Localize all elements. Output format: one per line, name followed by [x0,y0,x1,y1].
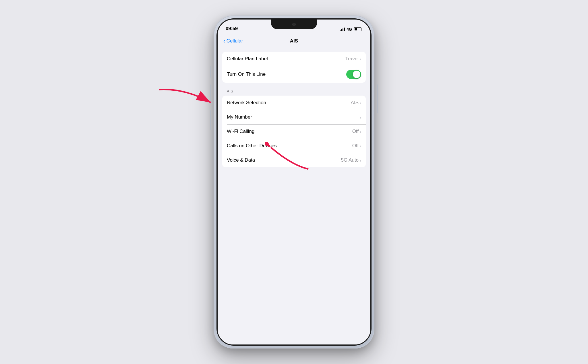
chevron-right-icon: › [360,144,361,148]
network-selection-value: AIS › [351,100,361,106]
bar2 [341,29,342,31]
wifi-calling-row[interactable]: Wi-Fi Calling Off › [222,124,366,139]
calls-other-devices-value: Off › [352,143,361,149]
chevron-right-icon: › [360,115,361,120]
voice-data-label: Voice & Data [227,157,255,163]
back-label: Cellular [227,38,243,44]
network-selection-label: Network Selection [227,100,266,106]
turn-on-this-line-text: Turn On This Line [227,71,266,77]
bar3 [343,28,343,31]
status-icons: 4G [340,27,362,32]
battery-body [354,27,361,31]
back-button[interactable]: ‹ Cellular [223,38,243,44]
network-type: 4G [347,27,352,32]
notch [271,20,317,29]
toggle-knob [353,71,360,78]
signal-icon [340,27,345,31]
network-selection-value-text: AIS [351,100,359,106]
my-number-value: › [360,115,361,120]
phone-screen: 09:59 4G ‹ Ce [218,20,370,344]
voice-data-value: 5G Auto › [341,157,361,163]
cellular-plan-label-row[interactable]: Cellular Plan Label Travel › [222,52,366,66]
wifi-calling-label: Wi-Fi Calling [227,129,254,134]
phone-device: 09:59 4G ‹ Ce [214,16,374,348]
settings-content: Cellular Plan Label Travel › Turn On Thi… [218,48,370,344]
ais-section-label: AIS [222,89,366,93]
calls-other-devices-value-text: Off [352,143,359,149]
cellular-plan-value: Travel › [345,56,361,62]
chevron-right-icon: › [360,100,361,105]
turn-on-this-line-toggle[interactable] [346,70,361,79]
nav-bar: ‹ Cellular AIS [218,34,370,48]
volume-down-button [210,110,211,130]
voice-data-value-text: 5G Auto [341,157,359,163]
network-selection-row[interactable]: Network Selection AIS › [222,96,366,110]
status-time: 09:59 [226,26,238,32]
main-settings-card: Cellular Plan Label Travel › Turn On Thi… [222,52,366,83]
page-title: AIS [290,38,298,44]
annotation-arrow-2 [265,142,311,172]
cellular-plan-label-text: Cellular Plan Label [227,56,268,62]
my-number-label: My Number [227,114,252,120]
power-button [377,84,378,113]
chevron-left-icon: ‹ [223,38,225,44]
turn-on-this-line-row[interactable]: Turn On This Line [222,66,366,83]
wifi-calling-value: Off › [352,129,361,134]
camera [292,23,296,26]
bar1 [340,30,341,31]
battery-fill [355,28,357,30]
my-number-row[interactable]: My Number › [222,110,366,124]
bar4 [344,28,345,31]
chevron-right-icon: › [360,158,361,163]
mute-button [210,66,211,78]
chevron-right-icon: › [360,129,361,134]
chevron-right-icon: › [360,57,361,61]
main-settings-group: Cellular Plan Label Travel › Turn On Thi… [222,52,366,83]
battery-tip [362,28,362,30]
cellular-plan-value-text: Travel [345,56,359,62]
battery-icon [354,27,362,31]
wifi-calling-value-text: Off [352,129,359,134]
annotation-arrow-1 [156,87,214,111]
